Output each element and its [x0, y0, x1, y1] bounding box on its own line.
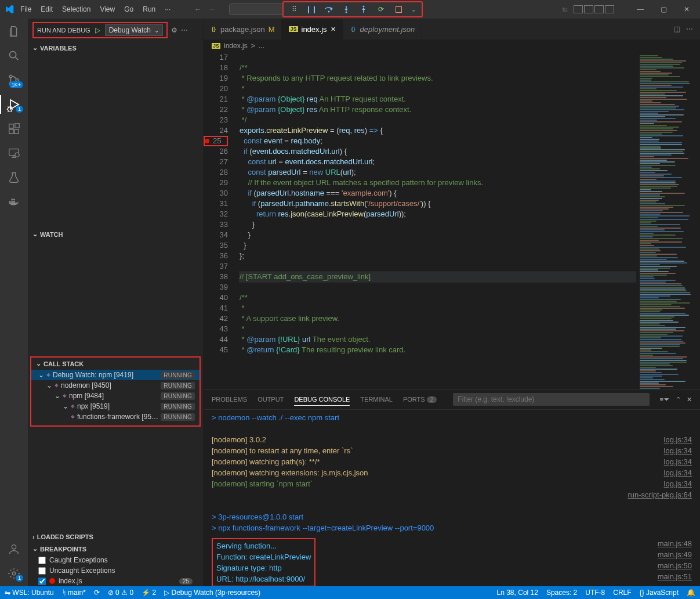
breakpoint-file-row[interactable]: index.js25: [28, 576, 203, 586]
panel-tab-output[interactable]: OUTPUT: [257, 396, 284, 403]
git-branch[interactable]: ᛋ main*: [62, 589, 86, 597]
close-button[interactable]: ✕: [678, 5, 695, 13]
tab-deployment-json[interactable]: {}deployment.json: [343, 19, 423, 39]
maximize-button[interactable]: ▢: [655, 5, 672, 13]
breakpoints-section[interactable]: ⌄BREAKPOINTS: [28, 543, 203, 555]
step-over-icon[interactable]: [324, 5, 333, 14]
callstack-row[interactable]: ⌖functions-framework [954…RUNNING: [31, 412, 200, 422]
docker-icon[interactable]: [7, 195, 21, 209]
cursor-position[interactable]: Ln 38, Col 12: [497, 589, 538, 597]
menu-bar: FileEditSelectionViewGoRun···: [16, 3, 175, 16]
panel-tab-ports[interactable]: PORTS: [403, 396, 425, 403]
pause-icon[interactable]: ❙❙: [307, 5, 316, 14]
indent-status[interactable]: Spaces: 2: [546, 589, 577, 597]
debug-console-output[interactable]: > nodemon --watch ./ --exec npm start[no…: [204, 410, 700, 586]
chevron-down-icon[interactable]: ⌄: [411, 6, 416, 13]
callstack-row[interactable]: ⌄⌖npx [9519]RUNNING: [31, 401, 200, 412]
nav-back-icon[interactable]: ←: [194, 5, 201, 13]
remote-indicator[interactable]: ⇋ WSL: Ubuntu: [5, 589, 54, 597]
svg-point-7: [8, 107, 12, 111]
layout-controls[interactable]: [574, 5, 614, 13]
settings-gear-icon[interactable]: 1: [7, 566, 21, 580]
more-icon[interactable]: ⋯: [686, 25, 693, 33]
debug-process-icon: ⌖: [46, 371, 50, 379]
callstack-section[interactable]: ⌄CALL STACK: [31, 358, 200, 370]
breakpoint-dot-icon: [49, 578, 55, 584]
svg-rect-9: [9, 129, 13, 133]
bottom-panel: PROBLEMSOUTPUTDEBUG CONSOLETERMINALPORTS…: [204, 389, 700, 586]
panel-tab-problems[interactable]: PROBLEMS: [212, 396, 247, 403]
loaded-scripts-section[interactable]: ›LOADED SCRIPTS: [28, 531, 203, 543]
step-out-icon[interactable]: [359, 5, 368, 14]
watch-section[interactable]: ⌄WATCH: [28, 228, 203, 240]
minimap[interactable]: [636, 52, 700, 389]
sync-icon[interactable]: ⟳: [94, 589, 100, 597]
stop-icon[interactable]: [394, 5, 403, 14]
menu-file[interactable]: File: [16, 3, 35, 16]
svg-point-3: [10, 52, 16, 58]
file-icon: {}: [350, 26, 357, 32]
menu-go[interactable]: Go: [120, 3, 137, 16]
split-editor-icon[interactable]: ◫: [674, 25, 680, 33]
accounts-icon[interactable]: [7, 542, 21, 556]
debug-sidebar: RUN AND DEBUG ▷ Debug Watch ⌄ ⚙ ⋯ ⌄VARIA…: [28, 19, 204, 586]
svg-point-1: [346, 12, 347, 13]
panel-tab-terminal[interactable]: TERMINAL: [360, 396, 393, 403]
variables-section[interactable]: ⌄VARIABLES: [28, 42, 203, 54]
activity-bar: 1K+ 1 1: [0, 19, 28, 586]
search-icon[interactable]: [7, 49, 21, 63]
menu-edit[interactable]: Edit: [37, 3, 57, 16]
menu-selection[interactable]: Selection: [58, 3, 95, 16]
code-editor[interactable]: 1718192021222324252627282930313233343536…: [204, 52, 700, 389]
explorer-icon[interactable]: [7, 24, 21, 38]
menu-···[interactable]: ···: [161, 3, 175, 16]
menu-view[interactable]: View: [96, 3, 119, 16]
run-and-debug-header: RUN AND DEBUG ▷ Debug Watch ⌄: [32, 22, 168, 38]
eol-status[interactable]: CRLF: [613, 589, 631, 597]
collapse-icon[interactable]: ⌃: [676, 396, 681, 403]
nav-fwd-icon[interactable]: →: [208, 5, 215, 13]
file-icon: JS: [289, 26, 298, 32]
debug-status[interactable]: ▷ Debug Watch (3p-resources): [164, 589, 260, 597]
more-icon[interactable]: ⋯: [181, 26, 188, 34]
ports-status[interactable]: ⚡ 2: [142, 589, 156, 597]
launch-config-dropdown[interactable]: Debug Watch ⌄: [105, 24, 163, 36]
svg-rect-15: [11, 201, 13, 203]
uncaught-exceptions-checkbox[interactable]: Uncaught Exceptions: [28, 565, 203, 576]
tab-package-json[interactable]: {}package.jsonM: [204, 19, 282, 39]
notifications-icon[interactable]: 🔔: [687, 589, 695, 597]
filter-icon[interactable]: ≡⏷: [660, 396, 670, 403]
callstack-row[interactable]: ⌄⌖npm [9484]RUNNING: [31, 391, 200, 401]
panel-tab-debug-console[interactable]: DEBUG CONSOLE: [294, 396, 350, 406]
problems-status[interactable]: ⊘ 0 ⚠ 0: [108, 589, 133, 597]
callstack-row[interactable]: ⌄⌖nodemon [9450]RUNNING: [31, 380, 200, 391]
svg-rect-10: [14, 129, 19, 133]
menu-run[interactable]: Run: [139, 3, 159, 16]
testing-icon[interactable]: [7, 171, 21, 185]
tab-index-js[interactable]: JSindex.js✕: [282, 19, 343, 39]
breakpoint-dot-icon[interactable]: [205, 139, 209, 143]
drag-grip-icon[interactable]: ⠿: [289, 5, 299, 14]
callstack-section-box: ⌄CALL STACK ⌄⌖Debug Watch: npm [9419]RUN…: [30, 356, 201, 427]
settings-gear-icon[interactable]: ⚙: [171, 26, 177, 34]
start-debug-icon[interactable]: ▷: [95, 26, 100, 34]
chevron-down-icon: ⌄: [38, 371, 44, 379]
encoding-status[interactable]: UTF-8: [585, 589, 605, 597]
console-filter-input[interactable]: [453, 393, 649, 406]
minimize-button[interactable]: —: [632, 5, 649, 13]
remote-explorer-icon[interactable]: [7, 146, 21, 160]
step-into-icon[interactable]: [342, 5, 351, 14]
debug-icon[interactable]: 1: [7, 98, 21, 111]
restart-icon[interactable]: ⟳: [376, 5, 386, 14]
language-status[interactable]: {} JavaScript: [640, 589, 679, 597]
svg-rect-17: [11, 199, 13, 201]
extensions-icon[interactable]: [7, 122, 21, 136]
callstack-row[interactable]: ⌄⌖Debug Watch: npm [9419]RUNNING: [31, 370, 200, 380]
status-badge: RUNNING: [161, 403, 195, 410]
breadcrumb[interactable]: JS index.js > ...: [204, 39, 700, 52]
status-badge: RUNNING: [161, 392, 195, 400]
caught-exceptions-checkbox[interactable]: Caught Exceptions: [28, 555, 203, 565]
close-panel-icon[interactable]: ✕: [687, 396, 692, 403]
scm-icon[interactable]: 1K+: [7, 73, 21, 87]
close-tab-icon[interactable]: ✕: [331, 26, 336, 33]
